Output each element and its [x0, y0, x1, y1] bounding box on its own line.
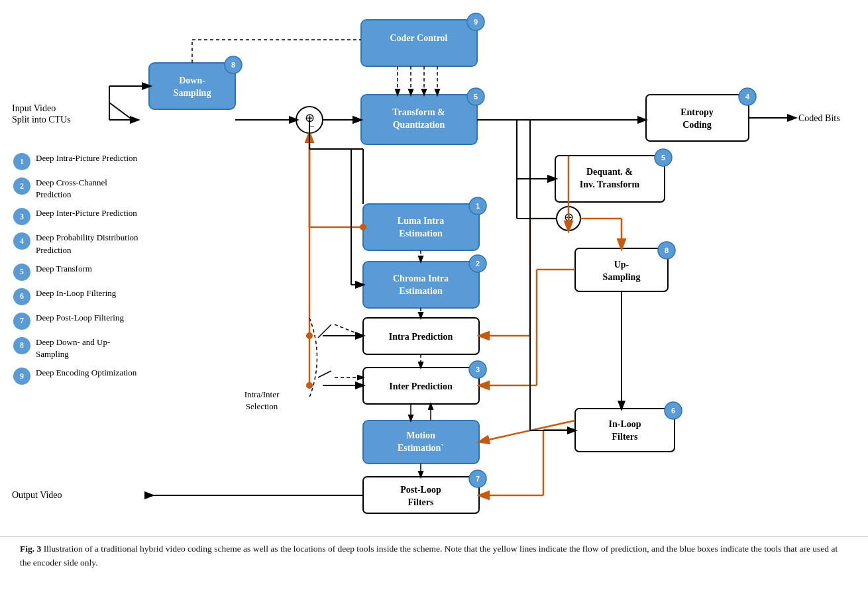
down-sampling-label: Down- — [179, 75, 205, 85]
figure-caption: Fig. 3 Illustration of a traditional hyb… — [0, 536, 868, 596]
intra-inter-label2: Selection — [246, 401, 278, 411]
diagram-container: Input Video Split into CTUs Down- Sampli… — [0, 0, 868, 536]
legend-item-5: 5 Deep Transform — [13, 263, 142, 281]
badge-6-text: 6 — [671, 407, 675, 415]
post-loop-label1: Post-Loop — [400, 485, 441, 495]
legend-badge-1: 1 — [13, 153, 30, 170]
transform-quant-label1: Transform & — [392, 107, 445, 117]
up-sampling-label2: Sampling — [603, 272, 641, 282]
chroma-intra-box — [363, 262, 479, 308]
legend-item-4: 4 Deep Probability Distribution Predicti… — [13, 232, 142, 256]
legend-badge-5: 5 — [13, 264, 30, 281]
legend-badge-9: 9 — [13, 368, 30, 385]
switch-mark2 — [318, 371, 331, 377]
signal-line — [109, 103, 133, 120]
legend-text-4: Deep Probability Distribution Prediction — [36, 232, 142, 256]
dequant-box — [555, 156, 665, 202]
orange-dot-inter2 — [306, 382, 313, 389]
badge-5-tq-text: 5 — [474, 93, 478, 101]
dashed-intra-sel — [335, 324, 363, 336]
entropy-coding-label2: Coding — [682, 120, 712, 130]
up-sampling-label1: Up- — [614, 260, 629, 270]
legend-badge-8: 8 — [13, 337, 30, 354]
legend-text-9: Deep Encoding Optimization — [36, 367, 136, 379]
output-video-label: Output Video — [12, 490, 62, 500]
legend-text-5: Deep Transform — [36, 263, 92, 275]
dequant-label2: Inv. Transform — [580, 179, 640, 189]
badge-5-dequant-text: 5 — [661, 154, 665, 162]
legend-badge-3: 3 — [13, 208, 30, 225]
in-loop-box — [575, 409, 675, 452]
fig-label: Fig. 3 — [20, 544, 41, 554]
luma-intra-label1: Luma Intra — [398, 216, 444, 226]
legend-text-6: Deep In-Loop Filtering — [36, 287, 116, 299]
minus-sign: − — [309, 122, 315, 132]
coder-control-box — [361, 20, 477, 66]
in-loop-label1: In-Loop — [608, 419, 641, 429]
legend-item-3: 3 Deep Inter-Picture Prediction — [13, 207, 142, 225]
badge-9-text: 9 — [474, 18, 478, 26]
legend-item-9: 9 Deep Encoding Optimization — [13, 367, 142, 385]
down-sampling-label2: Sampling — [174, 88, 211, 98]
legend-badge-4: 4 — [13, 232, 30, 250]
motion-est-label2: Estimation` — [398, 443, 444, 453]
down-sampling-box — [149, 63, 235, 109]
post-loop-box — [363, 477, 479, 513]
orange-dot-luma — [360, 224, 366, 230]
coder-control-label: Coder Control — [390, 33, 448, 43]
legend-badge-2: 2 — [13, 177, 30, 195]
legend-item-8: 8 Deep Down- and Up-Sampling — [13, 336, 142, 360]
legend-text-3: Deep Inter-Picture Prediction — [36, 207, 137, 219]
legend-badge-7: 7 — [13, 313, 30, 330]
input-video-label: Input Video — [12, 103, 56, 113]
legend-text-2: Deep Cross-Channel Prediction — [36, 177, 142, 201]
legend-item-2: 2 Deep Cross-Channel Prediction — [13, 177, 142, 201]
chroma-intra-label2: Estimation — [399, 286, 443, 296]
legend-item-6: 6 Deep In-Loop Filtering — [13, 287, 142, 305]
legend-text-8: Deep Down- and Up-Sampling — [36, 336, 142, 360]
intra-pred-label: Intra Prediction — [389, 332, 453, 342]
legend-text-7: Deep Post-Loop Filtering — [36, 312, 124, 324]
caption-text: Illustration of a traditional hybrid vid… — [20, 544, 838, 568]
chroma-intra-label1: Chroma Intra — [393, 273, 449, 283]
luma-intra-label2: Estimation — [399, 228, 443, 238]
legend: 1 Deep Intra-Picture Prediction 2 Deep C… — [13, 152, 142, 391]
motion-est-label1: Motion — [406, 430, 435, 440]
in-loop-label2: Filters — [612, 432, 638, 442]
split-ctus-label: Split into CTUs — [12, 115, 71, 124]
legend-text-1: Deep Intra-Picture Prediction — [36, 152, 137, 164]
badge-7-text: 7 — [476, 475, 480, 483]
entropy-coding-label1: Entropy — [680, 107, 714, 117]
badge-2-text: 2 — [476, 260, 480, 268]
motion-est-box — [363, 421, 479, 464]
badge-8-text: 8 — [231, 61, 235, 69]
up-sampling-box — [575, 248, 668, 291]
badge-4-text: 4 — [745, 93, 750, 101]
badge-8-up-text: 8 — [665, 246, 669, 254]
inter-pred-label: Inter Prediction — [389, 381, 453, 391]
transform-quant-label2: Quantization — [393, 120, 445, 130]
legend-item-7: 7 Deep Post-Loop Filtering — [13, 312, 142, 330]
luma-intra-box — [363, 204, 479, 250]
post-loop-label2: Filters — [408, 497, 434, 507]
coded-bits-label: Coded Bits — [798, 113, 840, 123]
badge-3-text: 3 — [476, 366, 480, 373]
entropy-coding-box — [646, 95, 749, 141]
legend-badge-6: 6 — [13, 288, 30, 305]
badge-1-text: 1 — [476, 202, 480, 210]
intra-inter-label1: Intra/Inter — [244, 389, 280, 399]
dequant-label1: Dequant. & — [586, 167, 633, 177]
legend-item-1: 1 Deep Intra-Picture Prediction — [13, 152, 142, 170]
